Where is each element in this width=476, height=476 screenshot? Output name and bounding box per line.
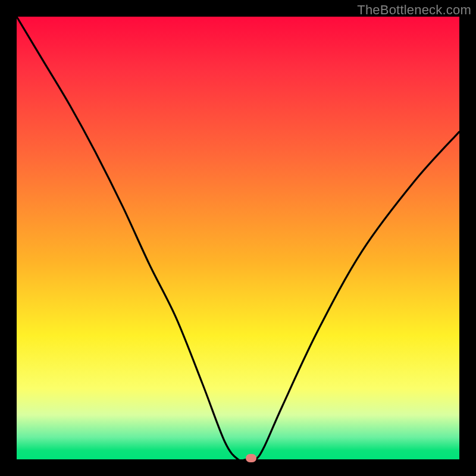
plot-area [17,17,459,459]
watermark-text: TheBottleneck.com [357,2,471,18]
optimal-marker [246,454,256,462]
bottleneck-curve [17,17,459,459]
chart-frame: TheBottleneck.com [0,0,476,476]
